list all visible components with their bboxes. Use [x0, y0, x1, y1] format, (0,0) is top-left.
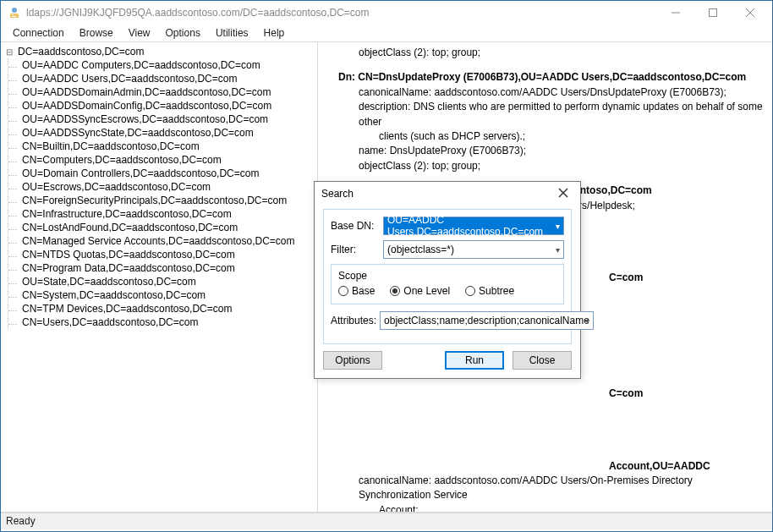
scope-subtree-radio[interactable]: Subtree: [465, 285, 514, 297]
close-button-dialog[interactable]: Close: [513, 351, 572, 370]
filter-combo[interactable]: (objectclass=*) ▾: [383, 240, 564, 259]
tree-node[interactable]: CN=TPM Devices,DC=aaddscontoso,DC=com: [20, 302, 314, 315]
menu-item-help[interactable]: Help: [257, 25, 292, 41]
attributes-value: objectClass;name;description;canonicalNa…: [384, 315, 589, 326]
tree-node[interactable]: OU=Domain Controllers,DC=aaddscontoso,DC…: [20, 167, 314, 180]
radio-icon: [338, 286, 348, 296]
options-button[interactable]: Options: [323, 351, 382, 370]
attribute-line: canonicalName: aaddscontoso.com/AADDC Us…: [338, 474, 764, 503]
titlebar: ldaps://JGNIJ9KJQFD95QA.aaddscontoso.com…: [1, 1, 772, 25]
dialog-close-button[interactable]: [553, 187, 573, 200]
dialog-titlebar[interactable]: Search: [315, 182, 580, 206]
tree-root: DC=aaddscontoso,DC=com OU=AADDC Computer…: [4, 45, 314, 329]
tree-node[interactable]: OU=AADDC Computers,DC=aaddscontoso,DC=co…: [20, 58, 314, 72]
tree-node[interactable]: CN=NTDS Quotas,DC=aaddscontoso,DC=com: [20, 248, 314, 261]
scope-group: Scope Base One Level Subtree: [331, 264, 564, 304]
radio-icon: [390, 286, 400, 296]
tree-node[interactable]: OU=AADDC Users,DC=aaddscontoso,DC=com: [20, 72, 314, 85]
run-button[interactable]: Run: [445, 351, 504, 370]
close-button-label: Close: [529, 354, 556, 366]
statusbar: Ready: [1, 513, 772, 529]
window-controls: [657, 1, 769, 25]
filter-value: (objectclass=*): [387, 244, 454, 255]
tree-root-label: DC=aaddscontoso,DC=com: [18, 46, 144, 58]
svg-rect-1: [10, 14, 19, 18]
menubar: ConnectionBrowseViewOptionsUtilitiesHelp: [1, 25, 772, 41]
tree-node[interactable]: CN=Users,DC=aaddscontoso,DC=com: [20, 315, 314, 329]
base-dn-value: OU=AADDC Users,DC=aaddscontoso,DC=com: [387, 214, 560, 238]
tree-node[interactable]: OU=AADDSSyncEscrows,DC=aaddscontoso,DC=c…: [20, 112, 314, 126]
menu-item-options[interactable]: Options: [159, 25, 207, 41]
scope-label: Scope: [338, 270, 556, 282]
tree-node[interactable]: OU=AADDSDomainConfig,DC=aaddscontoso,DC=…: [20, 99, 314, 112]
attribute-line: Account;: [338, 503, 764, 512]
attribute-line: clients (such as DHCP servers).;: [338, 129, 764, 144]
menu-item-browse[interactable]: Browse: [73, 25, 120, 41]
attribute-line: name: DnsUpdateProxy (E7006B73);: [338, 144, 764, 158]
result-entry: Dn: CN=DnsUpdateProxy (E7006B73),OU=AADD…: [338, 70, 764, 173]
menu-item-view[interactable]: View: [122, 25, 157, 41]
attribute-line: objectClass (2): top; group;: [338, 159, 764, 173]
status-text: Ready: [6, 515, 36, 527]
chevron-down-icon: ▾: [585, 316, 589, 326]
menu-item-connection[interactable]: Connection: [6, 25, 71, 41]
attribute-line: canonicalName: aaddscontoso.com/AADDC Us…: [338, 85, 764, 100]
tree-node[interactable]: OU=AADDSDomainAdmin,DC=aaddscontoso,DC=c…: [20, 85, 314, 99]
attributes-combo[interactable]: objectClass;name;description;canonicalNa…: [380, 311, 594, 330]
app-icon: [8, 6, 21, 19]
dialog-main-fieldset: Base DN: OU=AADDC Users,DC=aaddscontoso,…: [323, 209, 572, 344]
attributes-label: Attributes:: [331, 315, 376, 326]
chevron-down-icon: ▾: [556, 222, 560, 231]
search-dialog: Search Base DN: OU=AADDC Users,DC=aaddsc…: [314, 181, 581, 379]
base-dn-combo[interactable]: OU=AADDC Users,DC=aaddscontoso,DC=com ▾: [383, 217, 564, 235]
tree-node[interactable]: OU=AADDSSyncState,DC=aaddscontoso,DC=com: [20, 126, 314, 140]
tree-node[interactable]: CN=Builtin,DC=aaddscontoso,DC=com: [20, 140, 314, 153]
tree-node[interactable]: CN=ForeignSecurityPrincipals,DC=aaddscon…: [20, 194, 314, 207]
dialog-button-row: Options Run Close: [323, 348, 572, 370]
tree-node[interactable]: CN=Computers,DC=aaddscontoso,DC=com: [20, 153, 314, 167]
window-title: ldaps://JGNIJ9KJQFD95QA.aaddscontoso.com…: [26, 7, 657, 19]
tree-node[interactable]: OU=State,DC=aaddscontoso,DC=com: [20, 275, 314, 288]
minimize-button[interactable]: [657, 1, 694, 25]
run-button-label: Run: [465, 354, 484, 366]
entry-dn-partial: Account,OU=AADDC: [338, 459, 764, 474]
svg-rect-2: [12, 14, 14, 15]
tree-children: OU=AADDC Computers,DC=aaddscontoso,DC=co…: [8, 58, 314, 329]
result-entry: C=com: [338, 387, 764, 401]
dialog-body: Base DN: OU=AADDC Users,DC=aaddscontoso,…: [315, 206, 580, 378]
svg-rect-5: [710, 9, 717, 17]
svg-rect-3: [12, 16, 16, 17]
entry-dn-partial: C=com: [338, 387, 764, 401]
tree-node[interactable]: CN=Managed Service Accounts,DC=aaddscont…: [20, 234, 314, 248]
chevron-down-icon: ▾: [556, 245, 560, 255]
tree-node[interactable]: OU=Escrows,DC=aaddscontoso,DC=com: [20, 180, 314, 194]
attribute-line: description: DNS clients who are permitt…: [338, 100, 764, 129]
result-entry: Account,OU=AADDCcanonicalName: aaddscont…: [338, 459, 764, 512]
attribute-line: objectClass (2): top; group;: [338, 46, 764, 60]
scope-base-label: Base: [352, 285, 375, 297]
entry-dn: Dn: CN=DnsUpdateProxy (E7006B73),OU=AADD…: [338, 70, 764, 85]
scope-base-radio[interactable]: Base: [338, 285, 375, 297]
maximize-button[interactable]: [694, 1, 732, 25]
dialog-title: Search: [321, 188, 553, 200]
tree-root-node[interactable]: DC=aaddscontoso,DC=com: [4, 45, 314, 58]
svg-point-0: [12, 8, 17, 13]
close-button[interactable]: [732, 1, 769, 25]
scope-one-level-radio[interactable]: One Level: [390, 285, 450, 297]
scope-subtree-label: Subtree: [479, 285, 514, 297]
base-dn-label: Base DN:: [331, 220, 380, 232]
tree-node[interactable]: CN=Program Data,DC=aaddscontoso,DC=com: [20, 261, 314, 275]
tree-node[interactable]: CN=LostAndFound,DC=aaddscontoso,DC=com: [20, 221, 314, 234]
scope-one-level-label: One Level: [403, 285, 450, 297]
tree-node[interactable]: CN=System,DC=aaddscontoso,DC=com: [20, 288, 314, 302]
tree-pane: DC=aaddscontoso,DC=com OU=AADDC Computer…: [1, 42, 318, 512]
radio-icon: [465, 286, 475, 296]
options-button-label: Options: [335, 354, 370, 366]
tree-node[interactable]: CN=Infrastructure,DC=aaddscontoso,DC=com: [20, 207, 314, 221]
menu-item-utilities[interactable]: Utilities: [209, 25, 255, 41]
filter-label: Filter:: [331, 244, 380, 255]
